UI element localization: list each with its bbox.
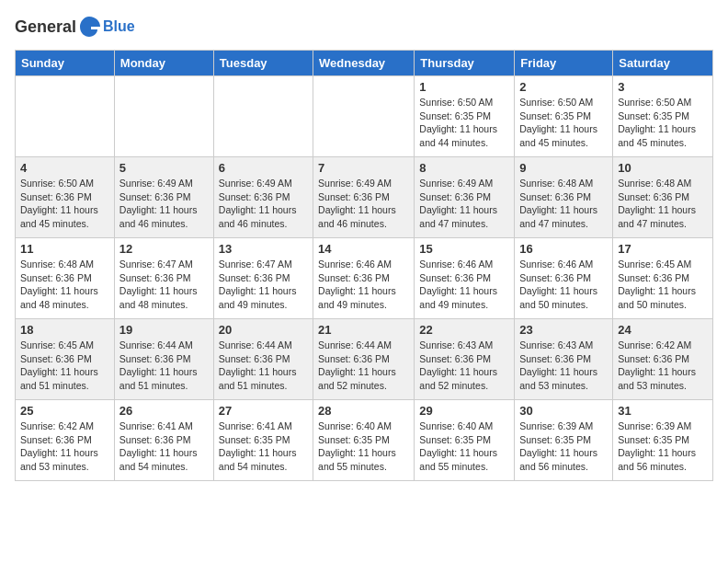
calendar-cell: 8Sunrise: 6:49 AMSunset: 6:36 PMDaylight… bbox=[415, 157, 515, 238]
weekday-header-sunday: Sunday bbox=[16, 51, 115, 76]
day-sun-info: Sunrise: 6:40 AMSunset: 6:35 PMDaylight:… bbox=[419, 419, 509, 474]
day-number: 16 bbox=[519, 242, 608, 256]
day-number: 8 bbox=[419, 161, 509, 175]
weekday-header-thursday: Thursday bbox=[415, 51, 515, 76]
day-sun-info: Sunrise: 6:48 AMSunset: 6:36 PMDaylight:… bbox=[618, 177, 708, 231]
calendar-cell bbox=[16, 76, 115, 157]
day-sun-info: Sunrise: 6:49 AMSunset: 6:36 PMDaylight:… bbox=[419, 177, 509, 231]
day-sun-info: Sunrise: 6:44 AMSunset: 6:36 PMDaylight:… bbox=[318, 339, 409, 393]
day-sun-info: Sunrise: 6:49 AMSunset: 6:36 PMDaylight:… bbox=[219, 177, 308, 231]
logo-blue-text: Blue bbox=[103, 18, 135, 35]
weekday-header-monday: Monday bbox=[114, 51, 213, 76]
day-number: 24 bbox=[618, 323, 708, 337]
day-number: 13 bbox=[219, 242, 308, 256]
day-number: 26 bbox=[119, 404, 209, 418]
weekday-header-tuesday: Tuesday bbox=[213, 51, 313, 76]
logo-icon bbox=[77, 15, 101, 39]
day-sun-info: Sunrise: 6:50 AMSunset: 6:35 PMDaylight:… bbox=[519, 96, 608, 150]
day-number: 17 bbox=[618, 242, 708, 256]
day-number: 20 bbox=[219, 323, 308, 337]
logo-general-text: General bbox=[15, 17, 76, 37]
calendar-cell: 17Sunrise: 6:45 AMSunset: 6:36 PMDayligh… bbox=[613, 238, 713, 319]
day-sun-info: Sunrise: 6:50 AMSunset: 6:35 PMDaylight:… bbox=[419, 96, 509, 150]
calendar-week-row: 4Sunrise: 6:50 AMSunset: 6:36 PMDaylight… bbox=[16, 157, 713, 238]
calendar-cell: 14Sunrise: 6:46 AMSunset: 6:36 PMDayligh… bbox=[313, 238, 415, 319]
day-number: 3 bbox=[618, 80, 708, 94]
day-number: 10 bbox=[618, 161, 708, 175]
calendar-cell: 23Sunrise: 6:43 AMSunset: 6:36 PMDayligh… bbox=[515, 319, 613, 400]
calendar-cell: 11Sunrise: 6:48 AMSunset: 6:36 PMDayligh… bbox=[16, 238, 115, 319]
day-sun-info: Sunrise: 6:39 AMSunset: 6:35 PMDaylight:… bbox=[618, 419, 708, 474]
day-sun-info: Sunrise: 6:46 AMSunset: 6:36 PMDaylight:… bbox=[318, 258, 409, 312]
weekday-header-friday: Friday bbox=[515, 51, 613, 76]
calendar-cell: 26Sunrise: 6:41 AMSunset: 6:36 PMDayligh… bbox=[114, 400, 213, 481]
day-sun-info: Sunrise: 6:41 AMSunset: 6:36 PMDaylight:… bbox=[119, 419, 209, 474]
day-sun-info: Sunrise: 6:44 AMSunset: 6:36 PMDaylight:… bbox=[219, 339, 308, 393]
calendar-week-row: 1Sunrise: 6:50 AMSunset: 6:35 PMDaylight… bbox=[16, 76, 713, 157]
calendar-cell: 28Sunrise: 6:40 AMSunset: 6:35 PMDayligh… bbox=[313, 400, 415, 481]
day-number: 28 bbox=[318, 404, 409, 418]
calendar-cell: 3Sunrise: 6:50 AMSunset: 6:35 PMDaylight… bbox=[613, 76, 713, 157]
calendar-cell: 24Sunrise: 6:42 AMSunset: 6:36 PMDayligh… bbox=[613, 319, 713, 400]
day-sun-info: Sunrise: 6:50 AMSunset: 6:35 PMDaylight:… bbox=[618, 96, 708, 150]
calendar-cell: 19Sunrise: 6:44 AMSunset: 6:36 PMDayligh… bbox=[114, 319, 213, 400]
day-number: 22 bbox=[419, 323, 509, 337]
day-sun-info: Sunrise: 6:45 AMSunset: 6:36 PMDaylight:… bbox=[618, 258, 708, 312]
day-number: 21 bbox=[318, 323, 409, 337]
day-sun-info: Sunrise: 6:47 AMSunset: 6:36 PMDaylight:… bbox=[119, 258, 209, 312]
day-sun-info: Sunrise: 6:40 AMSunset: 6:35 PMDaylight:… bbox=[318, 419, 409, 474]
calendar-cell: 12Sunrise: 6:47 AMSunset: 6:36 PMDayligh… bbox=[114, 238, 213, 319]
calendar-cell: 4Sunrise: 6:50 AMSunset: 6:36 PMDaylight… bbox=[16, 157, 115, 238]
calendar-cell: 9Sunrise: 6:48 AMSunset: 6:36 PMDaylight… bbox=[515, 157, 613, 238]
calendar-cell bbox=[313, 76, 415, 157]
weekday-header-row: SundayMondayTuesdayWednesdayThursdayFrid… bbox=[16, 51, 713, 76]
day-number: 25 bbox=[20, 404, 109, 418]
day-number: 15 bbox=[419, 242, 509, 256]
calendar-cell: 18Sunrise: 6:45 AMSunset: 6:36 PMDayligh… bbox=[16, 319, 115, 400]
day-number: 31 bbox=[618, 404, 708, 418]
calendar-week-row: 11Sunrise: 6:48 AMSunset: 6:36 PMDayligh… bbox=[16, 238, 713, 319]
calendar-cell bbox=[213, 76, 313, 157]
calendar-week-row: 18Sunrise: 6:45 AMSunset: 6:36 PMDayligh… bbox=[16, 319, 713, 400]
calendar-cell: 15Sunrise: 6:46 AMSunset: 6:36 PMDayligh… bbox=[415, 238, 515, 319]
day-number: 19 bbox=[119, 323, 209, 337]
day-sun-info: Sunrise: 6:48 AMSunset: 6:36 PMDaylight:… bbox=[519, 177, 608, 231]
day-sun-info: Sunrise: 6:39 AMSunset: 6:35 PMDaylight:… bbox=[519, 419, 608, 474]
day-number: 30 bbox=[519, 404, 608, 418]
day-sun-info: Sunrise: 6:47 AMSunset: 6:36 PMDaylight:… bbox=[219, 258, 308, 312]
day-number: 1 bbox=[419, 80, 509, 94]
logo: General Blue bbox=[15, 15, 135, 39]
day-sun-info: Sunrise: 6:45 AMSunset: 6:36 PMDaylight:… bbox=[20, 339, 109, 393]
day-number: 5 bbox=[119, 161, 209, 175]
day-sun-info: Sunrise: 6:43 AMSunset: 6:36 PMDaylight:… bbox=[519, 339, 608, 393]
day-sun-info: Sunrise: 6:46 AMSunset: 6:36 PMDaylight:… bbox=[419, 258, 509, 312]
day-sun-info: Sunrise: 6:42 AMSunset: 6:36 PMDaylight:… bbox=[618, 339, 708, 393]
calendar-table: SundayMondayTuesdayWednesdayThursdayFrid… bbox=[15, 50, 713, 481]
day-sun-info: Sunrise: 6:49 AMSunset: 6:36 PMDaylight:… bbox=[119, 177, 209, 231]
day-number: 14 bbox=[318, 242, 409, 256]
calendar-cell: 30Sunrise: 6:39 AMSunset: 6:35 PMDayligh… bbox=[515, 400, 613, 481]
day-number: 4 bbox=[20, 161, 109, 175]
day-number: 27 bbox=[219, 404, 308, 418]
calendar-week-row: 25Sunrise: 6:42 AMSunset: 6:36 PMDayligh… bbox=[16, 400, 713, 481]
day-number: 11 bbox=[20, 242, 109, 256]
day-sun-info: Sunrise: 6:41 AMSunset: 6:35 PMDaylight:… bbox=[219, 419, 308, 474]
weekday-header-wednesday: Wednesday bbox=[313, 51, 415, 76]
day-number: 18 bbox=[20, 323, 109, 337]
calendar-cell: 31Sunrise: 6:39 AMSunset: 6:35 PMDayligh… bbox=[613, 400, 713, 481]
day-number: 6 bbox=[219, 161, 308, 175]
calendar-cell: 5Sunrise: 6:49 AMSunset: 6:36 PMDaylight… bbox=[114, 157, 213, 238]
day-sun-info: Sunrise: 6:42 AMSunset: 6:36 PMDaylight:… bbox=[20, 419, 109, 474]
calendar-cell: 13Sunrise: 6:47 AMSunset: 6:36 PMDayligh… bbox=[213, 238, 313, 319]
calendar-cell: 27Sunrise: 6:41 AMSunset: 6:35 PMDayligh… bbox=[213, 400, 313, 481]
day-sun-info: Sunrise: 6:44 AMSunset: 6:36 PMDaylight:… bbox=[119, 339, 209, 393]
weekday-header-saturday: Saturday bbox=[613, 51, 713, 76]
calendar-cell: 6Sunrise: 6:49 AMSunset: 6:36 PMDaylight… bbox=[213, 157, 313, 238]
calendar-cell: 7Sunrise: 6:49 AMSunset: 6:36 PMDaylight… bbox=[313, 157, 415, 238]
day-sun-info: Sunrise: 6:48 AMSunset: 6:36 PMDaylight:… bbox=[20, 258, 109, 312]
day-number: 23 bbox=[519, 323, 608, 337]
calendar-cell: 29Sunrise: 6:40 AMSunset: 6:35 PMDayligh… bbox=[415, 400, 515, 481]
day-number: 2 bbox=[519, 80, 608, 94]
day-number: 9 bbox=[519, 161, 608, 175]
day-sun-info: Sunrise: 6:43 AMSunset: 6:36 PMDaylight:… bbox=[419, 339, 509, 393]
